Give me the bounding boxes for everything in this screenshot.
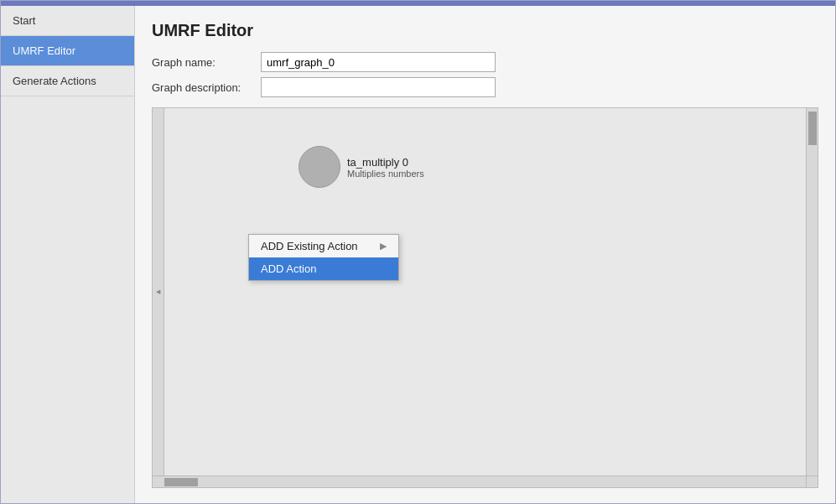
scroll-left-icon: ◀ xyxy=(156,288,160,295)
node-title: ta_multiply 0 xyxy=(347,156,424,169)
scroll-corner xyxy=(806,476,818,488)
node-description: Multiplies numbers xyxy=(347,169,424,179)
left-scrollbar[interactable]: ◀ xyxy=(153,108,164,475)
context-menu-item-add-action[interactable]: ADD Action xyxy=(249,257,398,280)
graph-name-input[interactable] xyxy=(261,52,496,72)
main-area: Start UMRF Editor Generate Actions UMRF … xyxy=(1,6,835,503)
vscroll-thumb[interactable] xyxy=(808,112,817,145)
canvas-body: ◀ ta_multiply 0 Multiplies numbers xyxy=(153,108,818,475)
node-circle xyxy=(299,146,340,188)
graph-description-input[interactable] xyxy=(261,77,496,97)
graph-description-label: Graph description: xyxy=(152,81,261,94)
canvas-content[interactable]: ta_multiply 0 Multiplies numbers ADD Exi… xyxy=(164,108,806,475)
graph-description-row: Graph description: xyxy=(152,77,818,97)
content-area: UMRF Editor Graph name: Graph descriptio… xyxy=(135,6,835,503)
app-container: Start UMRF Editor Generate Actions UMRF … xyxy=(0,0,836,504)
sidebar-item-umrf-editor[interactable]: UMRF Editor xyxy=(1,36,134,66)
hscroll-thumb[interactable] xyxy=(164,478,198,486)
graph-canvas-outer: ◀ ta_multiply 0 Multiplies numbers xyxy=(152,107,818,488)
page-title: UMRF Editor xyxy=(152,21,818,40)
node-label: ta_multiply 0 Multiplies numbers xyxy=(347,156,424,179)
submenu-arrow-icon: ▶ xyxy=(380,241,387,252)
add-existing-action-label: ADD Existing Action xyxy=(261,240,358,252)
context-menu-item-add-existing-action[interactable]: ADD Existing Action ▶ xyxy=(249,235,398,257)
right-scrollbar[interactable] xyxy=(806,108,818,475)
action-node: ta_multiply 0 Multiplies numbers xyxy=(299,146,424,188)
sidebar-item-start[interactable]: Start xyxy=(1,6,134,36)
bottom-track xyxy=(164,477,806,487)
add-action-label: ADD Action xyxy=(261,262,316,275)
sidebar: Start UMRF Editor Generate Actions xyxy=(1,6,135,503)
graph-name-row: Graph name: xyxy=(152,52,818,72)
sidebar-item-generate-actions[interactable]: Generate Actions xyxy=(1,66,134,96)
bottom-scrollbar[interactable] xyxy=(153,475,818,487)
graph-name-label: Graph name: xyxy=(152,56,261,69)
context-menu: ADD Existing Action ▶ ADD Action xyxy=(248,234,399,281)
